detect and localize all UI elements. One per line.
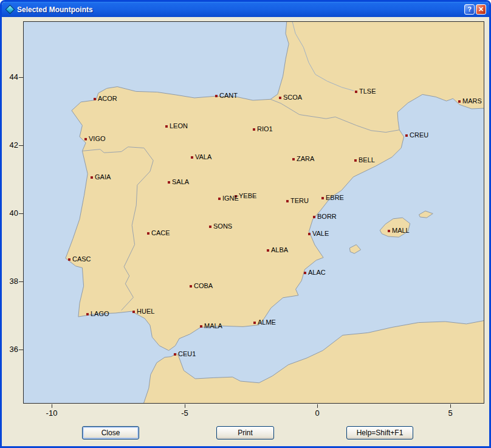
mountpoint-label-yebe: YEBE xyxy=(239,192,256,200)
print-button[interactable]: Print xyxy=(216,426,274,439)
x-axis-tick--10 xyxy=(52,404,52,408)
mountpoint-marker-creu xyxy=(405,134,408,137)
mountpoint-label-vale: VALE xyxy=(312,230,329,238)
mountpoint-label-casc: CASC xyxy=(72,255,91,263)
mountpoint-label-creu: CREU xyxy=(410,131,428,139)
mountpoint-marker-alba xyxy=(267,249,269,252)
mountpoint-marker-sala xyxy=(168,181,170,184)
mountpoint-marker-gaia xyxy=(91,176,93,179)
map-plot: ACORCANTSCOATLSEMARSLEONRIO1CREUVIGOVALA… xyxy=(23,21,484,404)
mountpoint-marker-coba xyxy=(190,285,192,288)
y-axis-tick-44 xyxy=(19,77,23,78)
x-axis-label-0: 0 xyxy=(305,408,329,418)
mountpoint-marker-teru xyxy=(286,200,289,202)
mountpoint-label-alba: ALBA xyxy=(271,246,288,254)
x-axis-tick-5 xyxy=(450,404,451,408)
y-axis-tick-36 xyxy=(19,350,23,350)
window-title: Selected Mountpoints xyxy=(17,5,463,14)
mountpoint-marker-borr xyxy=(313,216,315,218)
map-svg xyxy=(24,22,484,403)
mountpoint-marker-cant xyxy=(215,95,218,97)
mountpoint-marker-leon xyxy=(165,125,168,128)
mountpoint-marker-mala xyxy=(200,325,202,328)
mountpoint-marker-ebre xyxy=(321,197,324,199)
mountpoint-label-alac: ALAC xyxy=(308,269,326,277)
mountpoint-marker-rio1 xyxy=(253,128,255,131)
mountpoint-label-gaia: GAIA xyxy=(95,173,111,181)
mountpoint-label-huel: HUEL xyxy=(137,308,154,315)
mountpoint-label-mars: MARS xyxy=(462,97,482,105)
mountpoint-label-bell: BELL xyxy=(359,156,375,164)
close-button[interactable]: Close xyxy=(82,426,139,439)
help-shortcut-button[interactable]: Help=Shift+F1 xyxy=(346,426,413,439)
mountpoint-label-ebre: EBRE xyxy=(326,194,344,202)
y-axis-label-38: 38 xyxy=(2,277,18,286)
mountpoint-label-scoa: SCOA xyxy=(283,94,302,102)
mountpoint-label-mala: MALA xyxy=(204,322,222,330)
mountpoint-marker-vale xyxy=(308,233,311,235)
mountpoint-label-igne: IGNE xyxy=(222,195,239,202)
mountpoint-marker-acor xyxy=(94,98,96,100)
y-axis-label-40: 40 xyxy=(2,208,18,218)
y-axis-tick-40 xyxy=(19,213,23,214)
mountpoint-label-vigo: VIGO xyxy=(89,135,106,143)
y-axis-label-36: 36 xyxy=(2,345,18,354)
mountpoint-marker-mars xyxy=(458,100,461,103)
mountpoint-label-vala: VALA xyxy=(195,153,211,161)
mountpoint-label-tlse: TLSE xyxy=(359,88,376,95)
mountpoint-label-rio1: RIO1 xyxy=(257,125,273,133)
mountpoint-marker-igne xyxy=(218,198,221,200)
mountpoint-marker-sons xyxy=(209,226,211,228)
mountpoint-marker-lago xyxy=(86,313,89,315)
y-axis-tick-38 xyxy=(19,281,23,282)
x-axis-label--10: -10 xyxy=(39,408,64,418)
mountpoint-label-lago: LAGO xyxy=(91,310,109,318)
help-icon[interactable]: ? xyxy=(464,4,475,15)
mountpoint-label-mall: MALL xyxy=(392,227,410,235)
mountpoint-marker-cace xyxy=(147,232,149,235)
mountpoint-label-teru: TERU xyxy=(290,197,309,205)
mountpoint-marker-ceu1 xyxy=(174,353,176,356)
mountpoint-marker-tlse xyxy=(355,91,357,93)
mountpoint-marker-zara xyxy=(292,158,295,160)
mountpoint-marker-casc xyxy=(68,258,70,261)
mountpoint-marker-huel xyxy=(132,311,135,313)
x-axis-label-5: 5 xyxy=(438,408,462,418)
app-icon xyxy=(5,5,15,15)
x-axis-label--5: -5 xyxy=(173,408,197,418)
mountpoint-marker-alme xyxy=(253,322,256,324)
mountpoint-marker-vala xyxy=(191,156,193,159)
mountpoint-label-cant: CANT xyxy=(219,92,238,100)
mountpoint-marker-scoa xyxy=(279,97,281,99)
mountpoint-label-borr: BORR xyxy=(317,213,337,221)
mountpoint-label-cace: CACE xyxy=(151,229,170,237)
selected-mountpoints-window: Selected Mountpoints ? ✕ ACORCANTSCOATLS… xyxy=(0,0,491,448)
y-axis-label-44: 44 xyxy=(2,72,18,82)
y-axis-tick-42 xyxy=(19,145,23,146)
y-axis-label-42: 42 xyxy=(2,140,18,150)
mountpoint-label-coba: COBA xyxy=(194,282,213,290)
x-axis-tick--5 xyxy=(185,404,185,408)
x-axis-tick-0 xyxy=(317,404,318,408)
close-icon[interactable]: ✕ xyxy=(476,4,486,15)
mountpoint-marker-alac xyxy=(304,272,306,274)
mountpoint-label-alme: ALME xyxy=(258,319,276,326)
mountpoint-label-sala: SALA xyxy=(172,178,189,186)
titlebar[interactable]: Selected Mountpoints ? ✕ xyxy=(2,2,489,17)
mountpoint-label-ceu1: CEU1 xyxy=(178,350,196,358)
mountpoint-label-acor: ACOR xyxy=(98,95,117,103)
mountpoint-marker-mall xyxy=(388,230,390,232)
mountpoint-marker-vigo xyxy=(84,138,87,140)
mountpoint-label-zara: ZARA xyxy=(297,155,314,163)
mountpoint-marker-bell xyxy=(354,159,357,162)
mountpoint-label-leon: LEON xyxy=(170,122,188,130)
mountpoint-label-sons: SONS xyxy=(213,222,232,230)
